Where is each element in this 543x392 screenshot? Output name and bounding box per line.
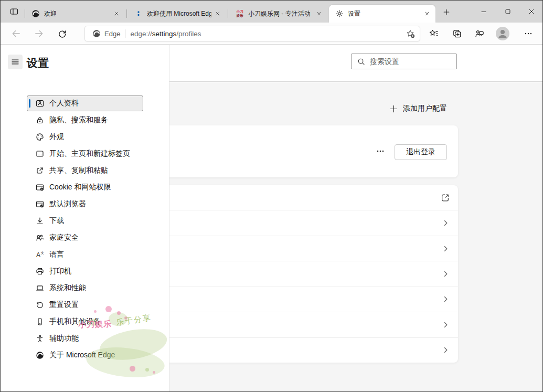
sidebar-item-label: Cookie 和网站权限 <box>49 183 111 192</box>
close-window-button[interactable] <box>519 1 543 23</box>
tab-xiaodao[interactable]: 小刀 娱乐 小刀娱乐网 - 专注活动 <box>229 5 327 23</box>
sidebar-item-label: 个人资料 <box>49 99 79 108</box>
sidebar-item-label: 下载 <box>49 216 64 226</box>
sidebar-item-appearance[interactable]: 外观 <box>27 129 143 145</box>
window-check-icon <box>36 200 44 208</box>
collections-icon <box>452 29 462 38</box>
close-tab-icon[interactable] <box>423 9 431 18</box>
page-title: 设置 <box>27 56 49 70</box>
sidebar-item-label: 共享、复制和粘贴 <box>49 166 108 175</box>
minimize-button[interactable] <box>472 1 495 23</box>
browser-window: 欢迎 欢迎使用 Microsoft Edg 小刀 娱乐 小刀娱乐网 - 专注活动 <box>0 0 543 392</box>
browser-essentials-button[interactable] <box>471 25 488 42</box>
more-options-button[interactable] <box>520 25 537 42</box>
selection-accent <box>29 99 30 108</box>
sidebar-item-family-safety[interactable]: 家庭安全 <box>27 230 143 246</box>
family-icon <box>36 234 44 242</box>
sidebar-item-about-edge[interactable]: 关于 Microsoft Edge <box>27 347 143 363</box>
plus-icon <box>443 8 450 16</box>
palette-icon <box>36 133 44 141</box>
sidebar-item-cookies-permissions[interactable]: Cookie 和网站权限 <box>27 179 143 195</box>
url-text: edge://settings/profiles <box>130 30 201 38</box>
favorites-icon <box>429 29 439 38</box>
back-button[interactable] <box>8 25 25 42</box>
home-window-icon <box>36 150 44 158</box>
forward-button[interactable] <box>30 25 47 42</box>
settings-row[interactable] <box>153 312 458 337</box>
sidebar-item-accessibility[interactable]: 辅助功能 <box>27 331 143 346</box>
sidebar-item-label: 系统和性能 <box>49 283 86 293</box>
window-gear-icon <box>36 183 44 192</box>
tab-settings-active[interactable]: 设置 <box>329 5 435 23</box>
close-icon <box>528 8 535 15</box>
close-tab-icon[interactable] <box>112 9 121 18</box>
collections-button[interactable] <box>449 25 465 42</box>
sidebar-item-default-browser[interactable]: 默认浏览器 <box>27 196 143 212</box>
tab-welcome[interactable]: 欢迎 <box>25 5 125 23</box>
maximize-button[interactable] <box>496 1 519 23</box>
menu-button[interactable] <box>8 55 23 69</box>
sidebar-item-system-performance[interactable]: 系统和性能 <box>27 280 143 296</box>
sidebar-item-phone-devices[interactable]: 手机和其他设备 <box>27 314 143 330</box>
plus-icon <box>390 105 398 113</box>
sidebar-item-label: 关于 Microsoft Edge <box>49 351 115 360</box>
chevron-right-icon <box>442 346 450 354</box>
download-icon <box>36 217 44 225</box>
add-profile-button[interactable]: 添加用户配置 <box>390 101 447 116</box>
sidebar-item-label: 默认浏览器 <box>49 199 86 209</box>
sidebar-item-printers[interactable]: 打印机 <box>27 263 143 279</box>
browser-essentials-icon <box>475 29 484 38</box>
new-tab-button[interactable] <box>440 5 453 19</box>
close-tab-icon[interactable] <box>214 9 222 18</box>
profile-avatar-button[interactable] <box>494 25 511 42</box>
favorites-button[interactable] <box>425 25 442 42</box>
more-dots-icon <box>376 147 385 155</box>
sidebar-item-languages[interactable]: A文 语言 <box>27 247 143 262</box>
tab-welcome-edge[interactable]: 欢迎使用 Microsoft Edg <box>128 5 226 23</box>
sidebar-item-label: 辅助功能 <box>49 334 79 343</box>
settings-sidebar: 设置 个人资料 隐私、搜索和服务 外观 开始、主页和新建标签页 <box>1 45 169 392</box>
sidebar-item-share-copy-paste[interactable]: 共享、复制和粘贴 <box>27 163 143 178</box>
search-input[interactable] <box>370 57 449 66</box>
sidebar-item-privacy[interactable]: 隐私、搜索和服务 <box>27 112 143 128</box>
lock-icon <box>36 116 44 124</box>
external-link-icon <box>441 193 450 202</box>
sidebar-item-downloads[interactable]: 下载 <box>27 213 143 229</box>
svg-text:文: 文 <box>41 251 45 255</box>
settings-row[interactable] <box>153 338 458 363</box>
gear-icon <box>335 9 344 18</box>
settings-row[interactable] <box>153 236 458 261</box>
edge-logo-icon <box>31 9 40 18</box>
profile-more-button[interactable] <box>376 146 385 156</box>
sign-out-button[interactable]: 退出登录 <box>395 144 447 160</box>
blue-dots-favicon <box>134 9 143 18</box>
tab-title: 欢迎 <box>44 9 110 18</box>
tab-actions-button[interactable] <box>7 4 22 19</box>
settings-row[interactable] <box>153 210 458 236</box>
xiaodao-favicon: 小刀 娱乐 <box>236 9 244 18</box>
refresh-icon <box>58 29 67 38</box>
settings-row[interactable] <box>153 261 458 287</box>
add-favorite-button[interactable] <box>404 27 417 40</box>
sidebar-item-start-home[interactable]: 开始、主页和新建标签页 <box>27 146 143 162</box>
edge-logo-icon <box>92 29 101 38</box>
back-arrow-icon <box>12 29 21 38</box>
accessibility-icon <box>36 334 44 343</box>
sidebar-item-profiles[interactable]: 个人资料 <box>27 96 143 111</box>
profile-avatar-icon <box>495 26 510 41</box>
search-icon <box>357 58 365 66</box>
settings-search-box[interactable] <box>351 54 457 69</box>
sidebar-item-label: 重置设置 <box>49 300 79 310</box>
close-tab-icon[interactable] <box>315 9 323 18</box>
sidebar-item-reset-settings[interactable]: 重置设置 <box>27 297 143 313</box>
settings-row[interactable] <box>153 287 458 312</box>
url-bar[interactable]: Edge edge://settings/profiles <box>84 26 420 41</box>
minimize-icon <box>480 8 487 15</box>
printer-icon <box>36 267 44 276</box>
add-profile-label: 添加用户配置 <box>403 104 447 113</box>
svg-text:A: A <box>36 251 40 259</box>
refresh-button[interactable] <box>54 25 70 42</box>
settings-row[interactable] <box>153 185 458 210</box>
chevron-right-icon <box>442 219 450 227</box>
sidebar-item-label: 开始、主页和新建标签页 <box>49 149 130 158</box>
